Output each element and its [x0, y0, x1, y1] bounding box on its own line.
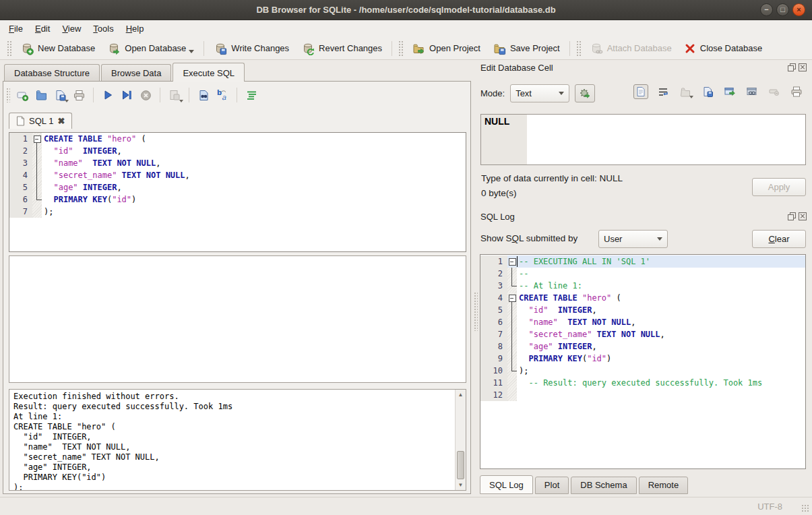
results-scrollbar[interactable]: ▲ ▼ [455, 390, 466, 490]
open-database-dropdown-icon[interactable] [189, 50, 194, 53]
code-line[interactable]: 6 PRIMARY KEY("id") [9, 193, 466, 206]
save-sql-file-button[interactable] [52, 87, 68, 103]
close-dock-icon[interactable] [799, 212, 807, 220]
tab-database-structure[interactable]: Database Structure [4, 64, 100, 81]
query-results-grid[interactable] [9, 255, 466, 383]
fold-marker-icon[interactable] [32, 133, 42, 145]
menu-help[interactable]: Help [120, 20, 150, 37]
open-project-button[interactable]: Open Project [406, 39, 487, 58]
new-database-button[interactable]: New Database [14, 39, 101, 58]
mode-select[interactable]: Text [510, 84, 569, 102]
float-dock-icon[interactable] [788, 63, 796, 71]
auto-mode-button[interactable] [575, 84, 595, 102]
save-project-button[interactable]: Save Project [487, 39, 566, 58]
export-results-dropdown-icon[interactable] [179, 100, 183, 102]
revert-changes-button[interactable]: Revert Changes [295, 39, 388, 58]
title-bar[interactable]: DB Browser for SQLite - /home/user/code/… [0, 0, 812, 20]
code-line[interactable]: 5 "age" INTEGER, [9, 181, 466, 193]
code-line[interactable]: 3 "name" TEXT NOT NULL, [9, 157, 466, 169]
code-line[interactable]: 12 [480, 389, 805, 401]
fold-marker-icon[interactable] [507, 255, 517, 268]
close-dock-icon[interactable] [799, 63, 807, 71]
toolbar-drag-handle[interactable] [576, 40, 581, 57]
open-external-button[interactable] [722, 84, 737, 99]
attach-database-button[interactable]: Attach Database [584, 39, 678, 58]
toolbar-drag-handle[interactable] [398, 40, 403, 57]
import-data-button[interactable] [678, 84, 693, 99]
dock-tab-plot[interactable]: Plot [535, 477, 569, 494]
fold-marker-icon[interactable] [507, 292, 517, 304]
format-sql-button[interactable] [243, 87, 259, 103]
apply-button[interactable]: Apply [752, 178, 806, 196]
tab-execute-sql[interactable]: Execute SQL [173, 63, 245, 82]
window-resize-grip[interactable] [801, 504, 809, 512]
execute-all-button[interactable] [100, 87, 116, 103]
dock-resize-handle[interactable] [474, 292, 478, 331]
code-line[interactable]: 9 PRIMARY KEY("id") [480, 353, 805, 365]
menu-edit[interactable]: Edit [29, 20, 56, 37]
code-line[interactable]: 10); [480, 365, 805, 377]
open-sql-file-button[interactable] [33, 87, 49, 103]
encoding-indicator[interactable]: UTF-8 [757, 502, 782, 512]
code-line[interactable]: 4CREATE TABLE "hero" ( [480, 292, 805, 304]
find-and-replace-button[interactable]: ba [214, 87, 230, 103]
set-null-button[interactable] [767, 84, 782, 99]
code-line[interactable]: 5 "id" INTEGER, [480, 304, 805, 316]
clear-log-button[interactable]: Clear [752, 230, 806, 248]
save-sql-dropdown-icon[interactable] [65, 100, 69, 102]
stop-execution-button[interactable] [137, 87, 154, 103]
cell-edit-area[interactable] [527, 115, 805, 164]
float-dock-icon[interactable] [788, 212, 796, 220]
import-dropdown-icon[interactable] [689, 96, 693, 98]
print-sql-button[interactable] [71, 87, 87, 103]
sql-document-tab[interactable]: SQL 1 ✖ [9, 113, 72, 129]
text-mode-button[interactable] [633, 84, 648, 99]
new-sql-tab-button[interactable] [14, 87, 30, 103]
dock-tab-remote[interactable]: Remote [639, 477, 689, 494]
code-line[interactable]: 1CREATE TABLE "hero" ( [9, 133, 466, 145]
close-button[interactable]: × [792, 3, 805, 16]
sql-log-filter-select[interactable]: User [598, 230, 668, 248]
dock-splitter[interactable] [480, 205, 806, 209]
toolbar-drag-handle[interactable] [7, 40, 11, 57]
word-wrap-button[interactable] [656, 84, 670, 99]
print-cell-button[interactable] [789, 84, 804, 99]
code-line[interactable]: 1-- EXECUTING ALL IN 'SQL 1' [480, 255, 805, 268]
code-text [517, 389, 805, 401]
minimize-button[interactable]: − [760, 3, 773, 16]
close-database-button[interactable]: Close Database [678, 40, 769, 57]
code-line[interactable]: 7 "secret_name" TEXT NOT NULL, [480, 328, 805, 340]
code-line[interactable]: 4 "secret_name" TEXT NOT NULL, [9, 169, 466, 181]
menu-file[interactable]: File [3, 20, 29, 37]
cell-value-editor[interactable]: NULL [480, 114, 806, 165]
scrollbar-thumb[interactable] [457, 451, 464, 479]
scroll-down-icon[interactable]: ▼ [458, 480, 464, 490]
code-line[interactable]: 3-- At line 1: [480, 280, 805, 292]
tab-browse-data[interactable]: Browse Data [101, 64, 171, 81]
code-line[interactable]: 11 -- Result: query executed successfull… [480, 377, 805, 389]
code-line[interactable]: 7); [9, 206, 466, 218]
menu-tools[interactable]: Tools [87, 20, 119, 37]
sql-editor[interactable]: 1CREATE TABLE "hero" (2 "id" INTEGER,3 "… [9, 132, 466, 252]
scroll-up-icon[interactable]: ▲ [458, 390, 464, 400]
code-line[interactable]: 6 "name" TEXT NOT NULL, [480, 316, 805, 328]
sql-toolbar-drag-handle[interactable] [6, 88, 10, 102]
dock-tab-db-schema[interactable]: DB Schema [571, 477, 636, 494]
menu-view[interactable]: View [56, 20, 87, 37]
code-line[interactable]: 2 "id" INTEGER, [9, 145, 466, 157]
code-line[interactable]: 8 "age" INTEGER, [480, 340, 805, 353]
export-results-button[interactable] [166, 87, 183, 103]
dock-tab-sql-log[interactable]: SQL Log [480, 475, 533, 494]
code-line[interactable]: 2-- [480, 268, 805, 280]
save-data-button[interactable] [700, 84, 715, 99]
copy-link-button[interactable] [745, 84, 759, 99]
sql-log-view[interactable]: 1-- EXECUTING ALL IN 'SQL 1'2--3-- At li… [480, 254, 806, 469]
results-splitter[interactable] [9, 384, 466, 388]
write-changes-button[interactable]: Write Changes [208, 39, 295, 58]
execution-status-text[interactable]: Execution finished without errors. Resul… [9, 390, 455, 490]
execute-current-line-button[interactable] [119, 87, 135, 103]
open-database-button[interactable]: Open Database [101, 39, 200, 58]
maximize-button[interactable]: □ [776, 3, 789, 16]
find-button[interactable] [195, 87, 212, 103]
sql-tab-close-icon[interactable]: ✖ [57, 116, 65, 126]
